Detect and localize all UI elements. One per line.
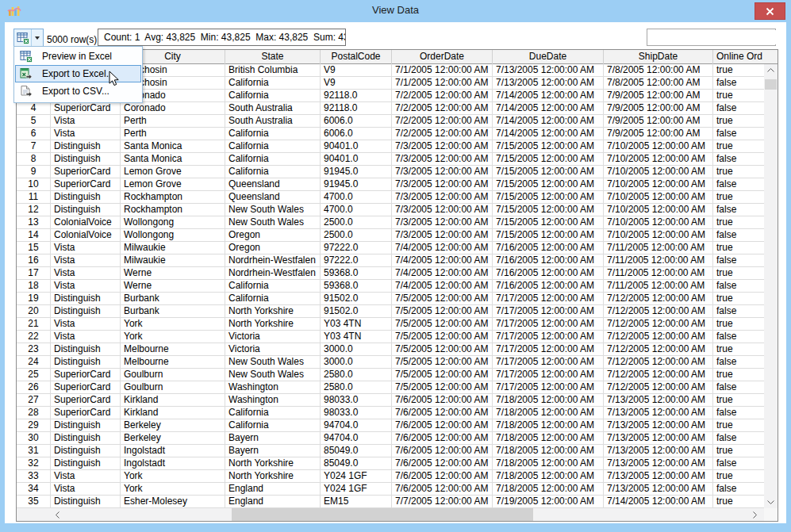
cell[interactable]: Kirkland — [121, 394, 225, 407]
cell[interactable]: Distinguish — [51, 293, 121, 305]
cell[interactable]: South Australia — [225, 115, 321, 128]
cell[interactable]: Esher-Molesey — [121, 496, 225, 508]
cell[interactable]: ColonialVoice — [51, 216, 121, 229]
cell[interactable]: 7/5/2005 12:00:00 AM — [392, 381, 493, 394]
cell[interactable]: 7/18/2005 12:00:00 AM — [493, 394, 604, 407]
cell[interactable]: Perth — [121, 115, 225, 128]
cell[interactable]: England — [225, 483, 321, 496]
search-input[interactable] — [651, 30, 778, 44]
cell[interactable]: California — [225, 166, 321, 178]
cell[interactable]: North Yorkshire — [225, 457, 321, 470]
table-row[interactable]: 11DistinguishRockhamptonQueensland4700.0… — [17, 191, 764, 204]
cell[interactable]: 7/16/2005 12:00:00 AM — [493, 280, 604, 293]
cell[interactable]: British Columbia — [225, 64, 321, 77]
table-row[interactable]: 12DistinguishRockhamptonNew South Wales4… — [17, 204, 764, 216]
cell[interactable]: 7/2/2005 12:00:00 AM — [392, 90, 493, 102]
column-header-orderdate[interactable]: OrderDate — [392, 50, 493, 64]
table-row[interactable]: 6VistaPerthCalifornia6006.07/2/2005 12:0… — [17, 128, 764, 140]
cell[interactable]: 7/15/2005 12:00:00 AM — [493, 178, 604, 191]
table-row[interactable]: 23DistinguishMelbourneVictoria3000.07/5/… — [17, 343, 764, 356]
scroll-left-icon[interactable] — [51, 508, 63, 521]
cell[interactable]: SuperiorCard — [51, 102, 121, 115]
cell[interactable]: 7/14/2005 12:00:00 AM — [493, 90, 604, 102]
cell[interactable]: Goulburn — [121, 369, 225, 381]
cell[interactable]: SuperiorCard — [51, 369, 121, 381]
cell[interactable]: Vista — [51, 470, 121, 483]
cell[interactable]: Oregon — [225, 229, 321, 242]
cell[interactable]: 7/18/2005 12:00:00 AM — [493, 419, 604, 432]
cell[interactable]: 7/13/2005 12:00:00 AM — [604, 483, 713, 496]
cell[interactable]: California — [225, 128, 321, 140]
cell[interactable]: SuperiorCard — [51, 394, 121, 407]
menu-item-export-to-excel[interactable]: Export to Excel... — [15, 65, 141, 82]
cell[interactable]: 7/2/2005 12:00:00 AM — [392, 115, 493, 128]
cell[interactable]: Y03 4TN — [321, 318, 392, 331]
cell[interactable]: 7/10/2005 12:00:00 AM — [604, 153, 713, 166]
cell[interactable]: New South Wales — [225, 204, 321, 216]
cell[interactable]: Distinguish — [51, 356, 121, 369]
column-header-online-ord[interactable]: Online Ord — [713, 50, 778, 64]
cell[interactable]: V9 — [321, 77, 392, 90]
cell[interactable]: 92118.0 — [321, 90, 392, 102]
cell[interactable]: Berkeley — [121, 419, 225, 432]
table-row[interactable]: 4SuperiorCardCoronadoSouth Australia9211… — [17, 102, 764, 115]
cell[interactable]: Goulburn — [121, 381, 225, 394]
cell[interactable]: Vista — [51, 242, 121, 255]
table-row[interactable]: 9SuperiorCardLemon GroveCalifornia91945.… — [17, 166, 764, 178]
scroll-down-icon[interactable] — [764, 496, 778, 508]
table-row[interactable]: 14ColonialVoiceWollongongOregon2500.07/3… — [17, 229, 764, 242]
cell[interactable]: 7/16/2005 12:00:00 AM — [493, 255, 604, 267]
cell[interactable]: 7/12/2005 12:00:00 AM — [604, 356, 713, 369]
cell[interactable]: South Australia — [225, 102, 321, 115]
cell[interactable]: Melbourne — [121, 356, 225, 369]
cell[interactable]: true — [713, 115, 764, 128]
cell[interactable]: 3000.0 — [321, 343, 392, 356]
cell[interactable]: 7/17/2005 12:00:00 AM — [493, 331, 604, 343]
cell[interactable]: Washington — [225, 394, 321, 407]
cell[interactable]: 85049.0 — [321, 445, 392, 457]
row-number-cell[interactable]: 10 — [17, 178, 51, 191]
cell[interactable]: Vista — [51, 267, 121, 280]
row-number-cell[interactable]: 31 — [17, 445, 51, 457]
cell[interactable]: Rockhampton — [121, 191, 225, 204]
cell[interactable]: 7/13/2005 12:00:00 AM — [604, 470, 713, 483]
cell[interactable]: Nordrhein-Westfalen — [225, 267, 321, 280]
row-number-cell[interactable]: 4 — [17, 102, 51, 115]
cell[interactable]: 4700.0 — [321, 191, 392, 204]
cell[interactable]: false — [713, 432, 764, 445]
row-number-cell[interactable]: 19 — [17, 293, 51, 305]
cell[interactable]: Y024 1GF — [321, 483, 392, 496]
row-number-cell[interactable]: 15 — [17, 242, 51, 255]
cell[interactable]: 7/14/2005 12:00:00 AM — [493, 128, 604, 140]
cell[interactable]: 90401.0 — [321, 153, 392, 166]
cell[interactable]: California — [225, 90, 321, 102]
vertical-scrollbar[interactable] — [764, 64, 778, 508]
row-number-cell[interactable]: 20 — [17, 305, 51, 318]
cell[interactable]: 7/1/2005 12:00:00 AM — [392, 64, 493, 77]
row-number-cell[interactable]: 28 — [17, 407, 51, 419]
table-row[interactable]: 26SuperiorCardGoulburnWashington2580.07/… — [17, 381, 764, 394]
table-row[interactable]: 19DistinguishBurbankCalifornia91502.07/5… — [17, 293, 764, 305]
cell[interactable]: true — [713, 293, 764, 305]
cell[interactable]: false — [713, 381, 764, 394]
cell[interactable]: Wollongong — [121, 216, 225, 229]
cell[interactable]: California — [225, 407, 321, 419]
cell[interactable]: SuperiorCard — [51, 381, 121, 394]
cell[interactable]: true — [713, 64, 764, 77]
cell[interactable]: Coronado — [121, 102, 225, 115]
cell[interactable]: SuperiorCard — [51, 407, 121, 419]
cell[interactable]: 7/12/2005 12:00:00 AM — [604, 293, 713, 305]
cell[interactable]: 7/10/2005 12:00:00 AM — [604, 216, 713, 229]
cell[interactable]: true — [713, 470, 764, 483]
scroll-right-icon[interactable] — [748, 508, 761, 521]
cell[interactable]: 7/5/2005 12:00:00 AM — [392, 331, 493, 343]
cell[interactable]: 7/6/2005 12:00:00 AM — [392, 483, 493, 496]
cell[interactable]: 7/3/2005 12:00:00 AM — [392, 166, 493, 178]
cell[interactable]: 7/5/2005 12:00:00 AM — [392, 343, 493, 356]
cell[interactable]: Distinguish — [51, 204, 121, 216]
chevron-down-icon[interactable] — [32, 36, 43, 40]
cell[interactable]: Distinguish — [51, 432, 121, 445]
cell[interactable]: Distinguish — [51, 445, 121, 457]
cell[interactable]: Nordrhein-Westfalen — [225, 255, 321, 267]
cell[interactable]: 7/15/2005 12:00:00 AM — [493, 216, 604, 229]
